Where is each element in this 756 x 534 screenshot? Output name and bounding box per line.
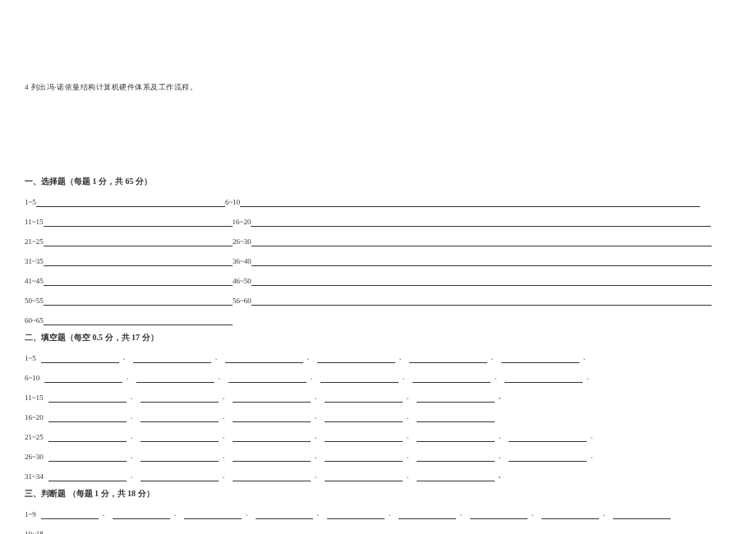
answer-blank: [233, 472, 311, 481]
answer-blank: [251, 297, 712, 306]
judge-answer-row: 10~18、、、、、、、、: [25, 526, 731, 534]
answer-blank: [141, 413, 219, 422]
answer-blank: [44, 237, 233, 246]
choice-answer-row: 1~56~10: [25, 194, 731, 207]
answer-blank: [325, 413, 403, 422]
answer-blank: [325, 433, 403, 442]
range-label: 31~35: [25, 257, 44, 266]
answer-blank: [191, 530, 249, 534]
answer-blank: [233, 413, 311, 422]
answer-blank: [44, 297, 233, 306]
range-label: 21~25: [25, 237, 44, 246]
answer-blank: [417, 453, 495, 462]
answer-blank: [36, 198, 225, 207]
range-label: 46~50: [233, 277, 251, 286]
separator: 、: [535, 527, 549, 534]
separator: 、: [599, 508, 613, 519]
separator: 、: [311, 450, 325, 462]
section-2-title: 二、填空题（每空 0.5 分，共 17 分）: [25, 332, 731, 343]
separator: 、: [399, 371, 413, 383]
fill-answer-row: 16~20、、、、: [25, 409, 731, 422]
answer-blank: [136, 374, 214, 383]
range-label: 31~34: [25, 472, 44, 481]
answer-blank: [406, 530, 463, 534]
section-3-rows: 1~9、、、、、、、、10~18、、、、、、、、: [25, 506, 731, 534]
answer-blank: [549, 530, 606, 534]
judge-answer-row: 1~9、、、、、、、、: [25, 506, 731, 519]
answer-blank: [263, 530, 320, 534]
separator: 、: [313, 508, 327, 519]
tail-punct: 。: [495, 391, 505, 403]
range-label: 1~9: [25, 510, 36, 519]
answer-blank: [184, 510, 242, 519]
answer-blank: [233, 453, 311, 462]
answer-blank: [325, 472, 403, 481]
answer-blank: [141, 472, 219, 481]
separator: 、: [127, 411, 141, 422]
range-label: 26~30: [233, 237, 251, 246]
separator: 、: [127, 391, 141, 403]
answer-blank: [613, 510, 671, 519]
separator: 、: [495, 450, 509, 462]
answer-blank: [399, 510, 456, 519]
tail-punct: 、: [587, 450, 597, 462]
answer-blank: [509, 453, 587, 462]
separator: 、: [491, 371, 505, 383]
separator: 、: [177, 527, 191, 534]
answer-blank: [48, 453, 127, 462]
answer-blank: [417, 472, 495, 481]
answer-blank: [48, 394, 127, 403]
section-1-rows: 1~56~1011~1516~2021~2526~3031~3536~4041~…: [25, 194, 731, 325]
separator: 、: [211, 352, 225, 363]
answer-blank: [141, 433, 219, 442]
separator: 、: [170, 508, 184, 519]
answer-blank: [509, 433, 587, 442]
answer-blank: [233, 394, 311, 403]
separator: 、: [320, 527, 334, 534]
answer-blank: [317, 354, 395, 363]
choice-answer-row: 11~1516~20: [25, 214, 731, 227]
range-label: 1~5: [25, 198, 36, 207]
separator: 、: [303, 352, 317, 363]
separator: 、: [127, 430, 141, 442]
range-label: 11~15: [25, 218, 44, 227]
separator: 、: [487, 352, 501, 363]
answer-blank: [48, 433, 127, 442]
answer-blank: [141, 394, 219, 403]
separator: 、: [403, 470, 417, 481]
answer-blank: [240, 198, 700, 207]
separator: 、: [219, 391, 233, 403]
answer-blank: [41, 354, 119, 363]
answer-blank: [251, 218, 711, 227]
answer-blank: [327, 510, 385, 519]
separator: 、: [219, 430, 233, 442]
separator: 、: [403, 411, 417, 422]
answer-blank: [44, 316, 233, 325]
separator: 、: [606, 527, 620, 534]
fill-answer-row: 11~15、、、、。: [25, 389, 731, 403]
answer-blank: [48, 530, 106, 534]
fill-answer-row: 21~25、、、、、、: [25, 429, 731, 442]
range-label: 56~60: [233, 297, 251, 306]
fill-answer-row: 26~30、、、、、、: [25, 449, 731, 462]
separator: 、: [127, 450, 141, 462]
range-label: 16~20: [25, 413, 44, 422]
answer-blank: [120, 530, 177, 534]
answer-blank: [233, 433, 311, 442]
answer-blank: [251, 257, 712, 266]
answer-blank: [251, 277, 712, 286]
separator: 、: [307, 371, 320, 383]
choice-answer-row: 60~65: [25, 312, 731, 325]
section-2-rows: 1~5、、、、、、6~10、、、、、、11~15、、、、。16~20、、、、21…: [25, 350, 731, 481]
answer-blank: [417, 413, 495, 422]
answer-blank: [251, 237, 712, 246]
separator: 、: [242, 508, 256, 519]
answer-blank: [44, 277, 233, 286]
range-label: 41~45: [25, 277, 44, 286]
answer-blank: [228, 374, 307, 383]
range-label: 1~5: [25, 354, 36, 363]
answer-blank: [44, 218, 233, 227]
tail-punct: 、: [587, 430, 597, 442]
range-label: 6~10: [25, 374, 39, 383]
separator: 、: [106, 527, 120, 534]
